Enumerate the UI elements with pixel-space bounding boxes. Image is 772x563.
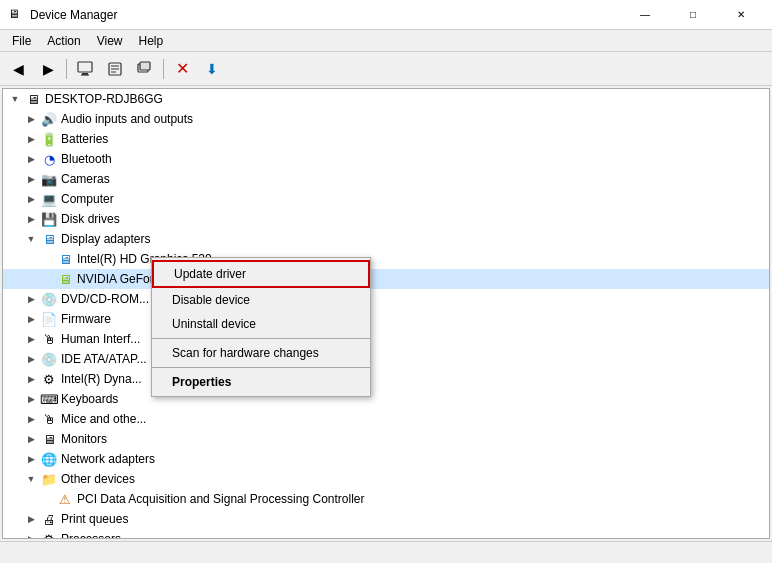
tree-item-nvidia[interactable]: ▶ 🖥 NVIDIA GeForce 940M: [3, 269, 769, 289]
toolbar-separator-1: [66, 59, 67, 79]
firmware-expand-icon[interactable]: ▶: [23, 311, 39, 327]
context-menu-update-driver[interactable]: Update driver: [154, 262, 368, 286]
context-menu-properties[interactable]: Properties: [152, 370, 370, 394]
main-content: ▼ 🖥 DESKTOP-RDJB6GG ▶ 🔊 Audio inputs and…: [0, 86, 772, 541]
close-button[interactable]: ✕: [718, 0, 764, 30]
menu-help[interactable]: Help: [131, 32, 172, 50]
monitors-label: Monitors: [59, 432, 107, 446]
printqueues-expand-icon[interactable]: ▶: [23, 511, 39, 527]
firmware-label: Firmware: [59, 312, 111, 326]
monitors-expand-icon[interactable]: ▶: [23, 431, 39, 447]
tree-item-network[interactable]: ▶ 🌐 Network adapters: [3, 449, 769, 469]
bluetooth-expand-icon[interactable]: ▶: [23, 151, 39, 167]
bluetooth-icon: ◔: [41, 151, 57, 167]
mice-expand-icon[interactable]: ▶: [23, 411, 39, 427]
scan-button[interactable]: [131, 55, 159, 83]
tree-item-humaninterf[interactable]: ▶ 🖱 Human Interf...: [3, 329, 769, 349]
forward-button[interactable]: ▶: [34, 55, 62, 83]
dvd-expand-icon[interactable]: ▶: [23, 291, 39, 307]
network-expand-icon[interactable]: ▶: [23, 451, 39, 467]
tree-item-monitors[interactable]: ▶ 🖥 Monitors: [3, 429, 769, 449]
device-tree[interactable]: ▼ 🖥 DESKTOP-RDJB6GG ▶ 🔊 Audio inputs and…: [2, 88, 770, 539]
tree-item-printqueues[interactable]: ▶ 🖨 Print queues: [3, 509, 769, 529]
dvd-label: DVD/CD-ROM...: [59, 292, 149, 306]
tree-item-pcidata[interactable]: ▶ ⚠ PCI Data Acquisition and Signal Proc…: [3, 489, 769, 509]
title-bar-left: 🖥 Device Manager: [8, 7, 117, 23]
tree-item-intel-graphics[interactable]: ▶ 🖥 Intel(R) HD Graphics 520: [3, 249, 769, 269]
root-expand-icon[interactable]: ▼: [7, 91, 23, 107]
otherdevices-label: Other devices: [59, 472, 135, 486]
inteldyn-expand-icon[interactable]: ▶: [23, 371, 39, 387]
device-manager-button[interactable]: [71, 55, 99, 83]
minimize-button[interactable]: —: [622, 0, 668, 30]
audio-label: Audio inputs and outputs: [59, 112, 193, 126]
ideatap-label: IDE ATA/ATAP...: [59, 352, 147, 366]
humaninterf-label: Human Interf...: [59, 332, 140, 346]
processors-label: Processors: [59, 532, 121, 539]
keyboards-label: Keyboards: [59, 392, 118, 406]
displayadapters-icon: 🖥: [41, 231, 57, 247]
title-bar: 🖥 Device Manager — □ ✕: [0, 0, 772, 30]
tree-item-processors[interactable]: ▶ ⚙ Processors: [3, 529, 769, 539]
firmware-icon: 📄: [41, 311, 57, 327]
ideatap-expand-icon[interactable]: ▶: [23, 351, 39, 367]
tree-item-inteldyn[interactable]: ▶ ⚙ Intel(R) Dyna...: [3, 369, 769, 389]
tree-item-keyboards[interactable]: ▶ ⌨ Keyboards: [3, 389, 769, 409]
tree-item-firmware[interactable]: ▶ 📄 Firmware: [3, 309, 769, 329]
monitor-icon: [77, 61, 93, 77]
toolbar-separator-2: [163, 59, 164, 79]
tree-item-displayadapters[interactable]: ▼ 🖥 Display adapters: [3, 229, 769, 249]
computer-expand-icon[interactable]: ▶: [23, 191, 39, 207]
tree-item-dvd[interactable]: ▶ 💿 DVD/CD-ROM...: [3, 289, 769, 309]
update-driver-box: Update driver: [152, 260, 370, 288]
cameras-icon: 📷: [41, 171, 57, 187]
pcidata-icon: ⚠: [57, 491, 73, 507]
context-menu-separator-2: [152, 367, 370, 368]
ideatap-icon: 💿: [41, 351, 57, 367]
audio-expand-icon[interactable]: ▶: [23, 111, 39, 127]
window-controls: — □ ✕: [622, 0, 764, 30]
processors-expand-icon[interactable]: ▶: [23, 531, 39, 539]
context-menu-uninstall-device[interactable]: Uninstall device: [152, 312, 370, 336]
back-button[interactable]: ◀: [4, 55, 32, 83]
tree-root[interactable]: ▼ 🖥 DESKTOP-RDJB6GG: [3, 89, 769, 109]
menu-file[interactable]: File: [4, 32, 39, 50]
batteries-expand-icon[interactable]: ▶: [23, 131, 39, 147]
tree-item-mice[interactable]: ▶ 🖱 Mice and othe...: [3, 409, 769, 429]
inteldyn-label: Intel(R) Dyna...: [59, 372, 142, 386]
svg-rect-8: [140, 62, 150, 70]
context-menu-scan-hardware[interactable]: Scan for hardware changes: [152, 341, 370, 365]
batteries-label: Batteries: [59, 132, 108, 146]
svg-rect-0: [78, 62, 92, 72]
tree-item-computer[interactable]: ▶ 💻 Computer: [3, 189, 769, 209]
menu-action[interactable]: Action: [39, 32, 88, 50]
tree-item-audio[interactable]: ▶ 🔊 Audio inputs and outputs: [3, 109, 769, 129]
tree-item-ideatap[interactable]: ▶ 💿 IDE ATA/ATAP...: [3, 349, 769, 369]
cameras-expand-icon[interactable]: ▶: [23, 171, 39, 187]
displayadapters-label: Display adapters: [59, 232, 150, 246]
menu-view[interactable]: View: [89, 32, 131, 50]
properties-button[interactable]: [101, 55, 129, 83]
otherdevices-icon: 📁: [41, 471, 57, 487]
diskdrives-expand-icon[interactable]: ▶: [23, 211, 39, 227]
keyboards-expand-icon[interactable]: ▶: [23, 391, 39, 407]
root-computer-icon: 🖥: [25, 91, 41, 107]
scan-icon: [137, 61, 153, 77]
update-button[interactable]: ⬇: [198, 55, 226, 83]
computer-label: Computer: [59, 192, 114, 206]
network-label: Network adapters: [59, 452, 155, 466]
uninstall-button[interactable]: ✕: [168, 55, 196, 83]
tree-item-otherdevices[interactable]: ▼ 📁 Other devices: [3, 469, 769, 489]
displayadapters-expand-icon[interactable]: ▼: [23, 231, 39, 247]
tree-item-cameras[interactable]: ▶ 📷 Cameras: [3, 169, 769, 189]
tree-item-bluetooth[interactable]: ▶ ◔ Bluetooth: [3, 149, 769, 169]
context-menu-disable-device[interactable]: Disable device: [152, 288, 370, 312]
humaninterf-expand-icon[interactable]: ▶: [23, 331, 39, 347]
tree-item-diskdrives[interactable]: ▶ 💾 Disk drives: [3, 209, 769, 229]
otherdevices-expand-icon[interactable]: ▼: [23, 471, 39, 487]
dvd-icon: 💿: [41, 291, 57, 307]
maximize-button[interactable]: □: [670, 0, 716, 30]
nvidia-icon: 🖥: [57, 271, 73, 287]
menu-bar: File Action View Help: [0, 30, 772, 52]
tree-item-batteries[interactable]: ▶ 🔋 Batteries: [3, 129, 769, 149]
